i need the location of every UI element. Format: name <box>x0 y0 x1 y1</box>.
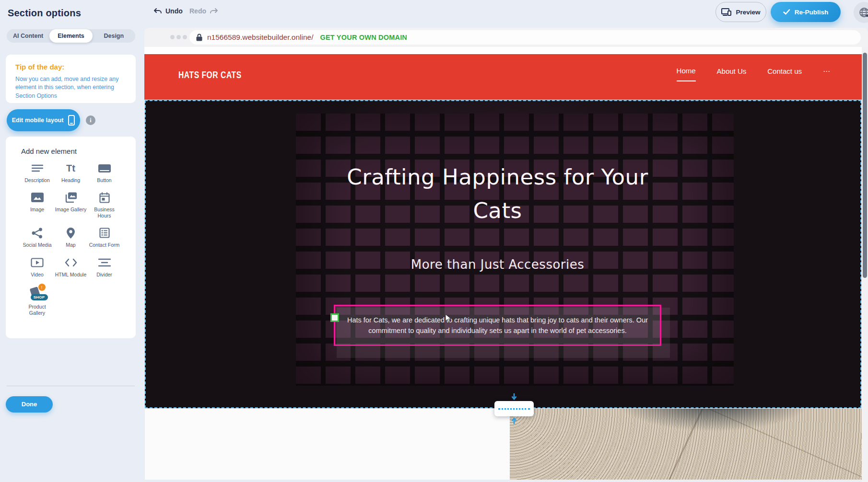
page-top-strip <box>144 47 862 54</box>
nav-contact-us[interactable]: Contact us <box>767 67 802 81</box>
address-bar[interactable]: n1566589.websitebuilder.online/ GET YOUR… <box>189 30 861 45</box>
element-product-gallery[interactable]: ↑ SHOP Product Gallery <box>21 286 54 316</box>
element-divider[interactable]: Divider <box>88 256 121 278</box>
arrow-up-icon <box>511 417 517 424</box>
republish-button[interactable]: Re-Publish <box>771 2 841 22</box>
element-grid: Description Tt Heading Button Image <box>6 162 136 316</box>
section-resize-handle[interactable] <box>494 401 534 416</box>
calendar-icon <box>99 191 110 204</box>
site-header: HATS FOR CATS Home About Us Contact us ⋯ <box>144 54 862 100</box>
divider-icon <box>98 256 111 269</box>
tip-title: Tip of the day: <box>15 63 126 71</box>
browser-dot <box>176 35 181 39</box>
video-icon <box>31 256 44 269</box>
info-icon[interactable]: i <box>86 115 95 125</box>
element-map[interactable]: Map <box>54 227 88 248</box>
code-icon <box>65 256 77 269</box>
resize-dashed-line <box>498 408 530 410</box>
hero-paragraph[interactable]: Hats for Cats, we are dedicated to craft… <box>344 315 651 336</box>
element-image[interactable]: Image <box>21 191 54 219</box>
site-logo[interactable]: HATS FOR CATS <box>178 69 242 81</box>
form-icon <box>99 227 110 239</box>
browser-dot <box>170 35 175 39</box>
site-url: n1566589.websitebuilder.online/ <box>207 33 313 42</box>
app-window: Section options Undo Redo Preview Re-Pub… <box>0 0 868 482</box>
hero-subheading[interactable]: More than Just Accessories <box>334 257 661 272</box>
lock-icon <box>196 34 202 41</box>
mouse-cursor <box>445 314 452 323</box>
browser-dot <box>183 35 187 39</box>
next-section-left <box>145 409 510 480</box>
upgrade-badge-icon: ↑ <box>38 284 46 291</box>
page-title: Section options <box>8 8 81 19</box>
element-contact-form[interactable]: Contact Form <box>88 227 121 248</box>
arrow-down-icon <box>511 393 517 401</box>
browser-toolbar: n1566589.websitebuilder.online/ GET YOUR… <box>144 28 868 47</box>
element-html-module[interactable]: HTML Module <box>54 256 88 278</box>
redo-icon <box>210 8 218 14</box>
preview-button[interactable]: Preview <box>716 2 766 22</box>
element-button[interactable]: Button <box>88 162 121 184</box>
map-pin-icon <box>67 227 75 239</box>
tab-elements[interactable]: Elements <box>49 29 92 43</box>
hero-heading[interactable]: Crafting Happiness for Your Cats <box>334 161 661 228</box>
image-icon <box>31 191 44 204</box>
nav-more-icon[interactable]: ⋯ <box>823 67 830 81</box>
site-nav: Home About Us Contact us ⋯ <box>677 67 830 81</box>
shop-badge: SHOP <box>31 294 48 300</box>
nav-about-us[interactable]: About Us <box>717 67 747 81</box>
tab-ai-content[interactable]: AI Content <box>7 29 49 43</box>
element-video[interactable]: Video <box>21 256 54 278</box>
add-element-title: Add new element <box>21 147 136 155</box>
selected-text-element[interactable]: Hats for Cats, we are dedicated to craft… <box>334 305 661 346</box>
get-domain-link[interactable]: GET YOUR OWN DOMAIN <box>320 34 407 41</box>
panel-divider <box>7 386 135 386</box>
image-gallery-icon <box>64 191 77 204</box>
button-icon <box>98 162 111 174</box>
next-section-floor-image <box>510 409 862 480</box>
share-icon <box>32 227 43 239</box>
check-icon <box>783 9 790 15</box>
element-social-media[interactable]: Social Media <box>21 227 54 248</box>
language-globe-button[interactable] <box>854 2 868 23</box>
canvas-scrollbar-thumb[interactable] <box>863 53 867 278</box>
product-gallery-icon: ↑ SHOP <box>28 286 47 301</box>
redo-button[interactable]: Redo <box>189 7 218 15</box>
undo-button[interactable]: Undo <box>153 7 183 15</box>
hero-section-selected[interactable]: Crafting Happiness for Your Cats More th… <box>145 100 861 408</box>
edit-mobile-layout-button[interactable]: Edit mobile layout <box>7 109 80 131</box>
undo-icon <box>153 8 162 14</box>
tab-design[interactable]: Design <box>93 29 135 43</box>
drag-handle[interactable] <box>330 313 339 322</box>
panel-tabs: AI Content Elements Design <box>7 29 135 43</box>
tip-body: Now you can add, move and resize any ele… <box>15 75 126 100</box>
nav-home[interactable]: Home <box>677 67 696 81</box>
globe-icon <box>859 7 868 18</box>
done-button[interactable]: Done <box>6 396 53 413</box>
element-heading[interactable]: Tt Heading <box>54 162 88 184</box>
element-image-gallery[interactable]: Image Gallery <box>54 191 88 219</box>
tip-of-the-day-card: Tip of the day: Now you can add, move an… <box>6 55 136 103</box>
element-description[interactable]: Description <box>21 162 54 184</box>
devices-icon <box>721 8 732 16</box>
heading-icon: Tt <box>66 162 75 174</box>
phone-icon <box>68 115 75 126</box>
top-toolbar: Section options Undo Redo Preview Re-Pub… <box>0 0 868 27</box>
text-lines-icon <box>32 162 43 174</box>
element-business-hours[interactable]: Business Hours <box>88 191 121 219</box>
add-element-panel: Add new element Description Tt Heading B… <box>6 137 136 338</box>
